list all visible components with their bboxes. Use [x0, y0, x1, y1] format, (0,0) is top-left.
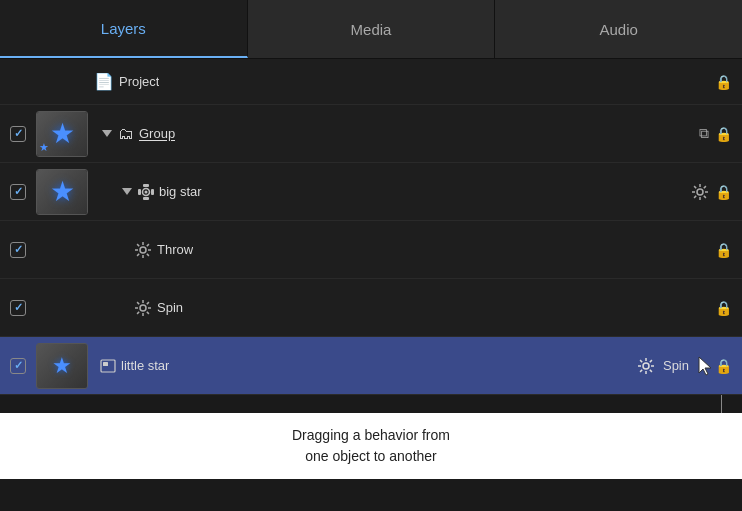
thumbnail-inner-group: ★ ★ — [37, 112, 87, 156]
row-big-star[interactable]: ★ big star — [0, 163, 742, 221]
thumbnail-inner-littlestar: ★ — [37, 344, 87, 388]
right-icons-group: ⧉ 🔒 — [699, 125, 732, 142]
checkbox-area-throw[interactable] — [0, 242, 36, 258]
svg-line-11 — [694, 186, 696, 188]
checkbox-bigstar[interactable] — [10, 184, 26, 200]
tab-bar: Layers Media Audio — [0, 0, 742, 59]
document-icon: 📄 — [94, 72, 114, 91]
checkbox-throw[interactable] — [10, 242, 26, 258]
caption-text: Dragging a behavior from one object to a… — [292, 425, 450, 467]
svg-rect-1 — [143, 197, 149, 200]
svg-point-24 — [140, 305, 146, 311]
star-icon-littlestar: ★ — [52, 353, 72, 379]
group-label: Group — [139, 126, 175, 141]
littlestar-label: little star — [121, 358, 169, 373]
star-icon-bigstar: ★ — [50, 175, 75, 208]
svg-line-42 — [650, 360, 652, 362]
thumbnail-inner-bigstar: ★ — [37, 170, 87, 214]
expand-arrow-group[interactable] — [100, 127, 114, 141]
svg-line-22 — [147, 244, 149, 246]
right-icons-throw: 🔒 — [715, 242, 732, 258]
gear-icon-spin — [134, 299, 152, 317]
checkbox-area-littlestar[interactable] — [0, 358, 36, 374]
row-content-bigstar: big star — [120, 184, 691, 200]
lock-icon-bigstar: 🔒 — [715, 184, 732, 200]
layer-icon-littlestar — [100, 358, 116, 374]
lock-icon: 🔒 — [715, 74, 732, 90]
gear-icon-throw — [134, 241, 152, 259]
svg-line-41 — [650, 369, 652, 371]
svg-rect-0 — [143, 184, 149, 187]
connector-line — [721, 395, 722, 413]
thumbnail-group: ★ ★ — [36, 111, 88, 157]
lock-icon-throw: 🔒 — [715, 242, 732, 258]
svg-line-20 — [137, 244, 139, 246]
lock-icon-littlestar: 🔒 — [715, 358, 732, 374]
svg-line-32 — [137, 311, 139, 313]
tab-layers[interactable]: Layers — [0, 0, 248, 58]
expand-arrow-bigstar[interactable] — [120, 185, 134, 199]
svg-point-6 — [697, 189, 703, 195]
row-spin[interactable]: Spin 🔒 — [0, 279, 742, 337]
project-label: Project — [119, 74, 159, 89]
lock-icon-group: 🔒 — [715, 126, 732, 142]
svg-rect-34 — [103, 362, 108, 366]
cursor-area — [697, 355, 715, 377]
layers-panel: 📄 Project 🔒 ★ ★ 🗂 Group ⧉ 🔒 — [0, 59, 742, 395]
tab-audio[interactable]: Audio — [495, 0, 742, 58]
right-icons-spin: 🔒 — [715, 300, 732, 316]
folder-icon-group: 🗂 — [118, 125, 134, 143]
checkbox-area-group[interactable] — [0, 126, 36, 142]
svg-line-43 — [640, 369, 642, 371]
svg-line-29 — [137, 302, 139, 304]
svg-line-13 — [704, 186, 706, 188]
thumbnail-littlestar: ★ — [36, 343, 88, 389]
bigstar-label: big star — [159, 184, 202, 199]
svg-line-23 — [137, 253, 139, 255]
svg-line-21 — [147, 253, 149, 255]
svg-rect-3 — [151, 189, 154, 195]
checkbox-area-bigstar[interactable] — [0, 184, 36, 200]
checkbox-area-spin[interactable] — [0, 300, 36, 316]
svg-marker-44 — [699, 357, 711, 375]
svg-point-35 — [643, 363, 649, 369]
gear-icon-bigstar-right — [691, 183, 709, 201]
gear-icon-dragging — [637, 357, 655, 375]
dragging-behavior: Spin — [637, 355, 715, 377]
spin-drag-label: Spin — [663, 358, 689, 373]
star-small-badge: ★ — [39, 141, 49, 154]
throw-label: Throw — [157, 242, 193, 257]
row-content-throw: Throw — [134, 241, 715, 259]
row-throw[interactable]: Throw 🔒 — [0, 221, 742, 279]
row-little-star[interactable]: ★ little star — [0, 337, 742, 395]
svg-rect-2 — [138, 189, 141, 195]
svg-point-15 — [140, 247, 146, 253]
svg-line-40 — [640, 360, 642, 362]
checkbox-littlestar[interactable] — [10, 358, 26, 374]
svg-point-5 — [145, 190, 148, 193]
right-icons-littlestar: 🔒 — [715, 358, 732, 374]
row-content-group: 🗂 Group — [100, 125, 699, 143]
svg-line-12 — [704, 195, 706, 197]
row-content-littlestar: little star — [100, 358, 629, 374]
row-content-spin: Spin — [134, 299, 715, 317]
cursor-icon — [697, 355, 715, 377]
checkbox-group[interactable] — [10, 126, 26, 142]
thumbnail-bigstar: ★ — [36, 169, 88, 215]
row-group[interactable]: ★ ★ 🗂 Group ⧉ 🔒 — [0, 105, 742, 163]
layers-icon-group: ⧉ — [699, 125, 709, 142]
checkbox-spin[interactable] — [10, 300, 26, 316]
caption-area: Dragging a behavior from one object to a… — [0, 413, 742, 479]
tab-media[interactable]: Media — [248, 0, 496, 58]
right-icons-bigstar: 🔒 — [691, 183, 732, 201]
svg-line-14 — [694, 195, 696, 197]
layer-icon-bigstar — [138, 184, 154, 200]
lock-icon-spin: 🔒 — [715, 300, 732, 316]
row-content-project: 📄 Project — [94, 72, 715, 91]
spin-label: Spin — [157, 300, 183, 315]
svg-line-31 — [147, 302, 149, 304]
right-icons-project: 🔒 — [715, 74, 732, 90]
row-project[interactable]: 📄 Project 🔒 — [0, 59, 742, 105]
svg-line-30 — [147, 311, 149, 313]
svg-rect-33 — [101, 360, 115, 372]
